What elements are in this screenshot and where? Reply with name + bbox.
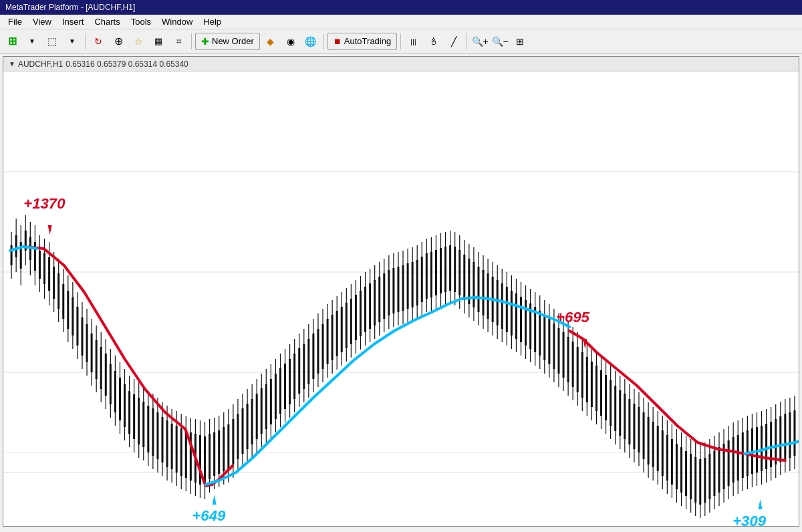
separator-2 [191, 33, 192, 49]
chart-header: ▼ AUDCHF,H1 0.65316 0.65379 0.65314 0.65… [3, 57, 799, 72]
svg-text:+1370: +1370 [23, 195, 65, 212]
chart-svg: +1370 +649 +695 +309 [3, 72, 799, 526]
menu-file[interactable]: File [3, 15, 27, 28]
crosshair-button[interactable]: ⊕ [109, 32, 128, 51]
separator-4 [400, 33, 401, 49]
autotrading-label: AutoTrading [344, 36, 391, 46]
navigator-button[interactable]: 🌐 [301, 32, 320, 51]
chart-canvas[interactable]: +1370 +649 +695 +309 [3, 72, 799, 526]
menu-charts[interactable]: Charts [89, 15, 125, 28]
menu-help[interactable]: Help [198, 15, 227, 28]
dropdown-btn[interactable]: ▼ [23, 32, 41, 51]
autotrading-button[interactable]: ⏹ AutoTrading [327, 33, 397, 50]
new-order-label: New Order [212, 36, 254, 46]
bar-chart-button[interactable]: ⫼ [404, 32, 423, 51]
arrange-button[interactable]: ⊞ [511, 32, 529, 51]
separator-3 [323, 33, 324, 49]
candle-chart-button[interactable]: 🕯 [424, 32, 443, 51]
new-order-icon: ✚ [201, 36, 209, 47]
svg-text:+309: +309 [732, 513, 767, 526]
menu-view[interactable]: View [27, 15, 57, 28]
menu-window[interactable]: Window [156, 15, 198, 28]
refresh-button[interactable]: ↻ [89, 32, 108, 51]
chart-container: ▼ AUDCHF,H1 0.65316 0.65379 0.65314 0.65… [3, 56, 799, 527]
menu-tools[interactable]: Tools [126, 15, 156, 28]
symbol-arrow: ▼ [9, 60, 15, 68]
title-bar: MetaTrader Platform - [AUDCHF,H1] [0, 0, 802, 15]
template-button[interactable]: ▦ [149, 32, 168, 51]
chart-values: 0.65316 0.65379 0.65314 0.65340 [65, 59, 188, 69]
separator-1 [85, 33, 86, 49]
menu-bar: File View Insert Charts Tools Window Hel… [0, 15, 802, 29]
zoom-out-button[interactable]: 🔍− [491, 32, 509, 51]
toolbar: ⊞ ▼ ⬚ ▼ ↻ ⊕ ☆ ▦ ⌗ ✚ New Order ◆ ◉ 🌐 [0, 29, 802, 53]
svg-text:+649: +649 [192, 507, 226, 524]
title-text: MetaTrader Platform - [AUDCHF,H1] [5, 3, 135, 12]
line-chart-button[interactable]: ╱ [444, 32, 463, 51]
period-button[interactable]: ⌗ [169, 32, 188, 51]
menu-insert[interactable]: Insert [57, 15, 90, 28]
svg-rect-1 [3, 72, 799, 526]
new-order-button[interactable]: ✚ New Order [195, 33, 260, 50]
data-window-button[interactable]: ◉ [281, 32, 300, 51]
layout-button[interactable]: ⬚ [43, 32, 61, 51]
favorites-button[interactable]: ☆ [129, 32, 148, 51]
separator-5 [466, 33, 467, 49]
layout-dropdown[interactable]: ▼ [63, 32, 82, 51]
marketwatch-button[interactable]: ◆ [261, 32, 280, 51]
chart-symbol: AUDCHF,H1 [18, 59, 63, 69]
zoom-in-button[interactable]: 🔍+ [471, 32, 489, 51]
autotrading-icon: ⏹ [333, 37, 342, 46]
new-chart-button[interactable]: ⊞ [3, 32, 21, 51]
svg-text:+695: +695 [556, 309, 590, 325]
